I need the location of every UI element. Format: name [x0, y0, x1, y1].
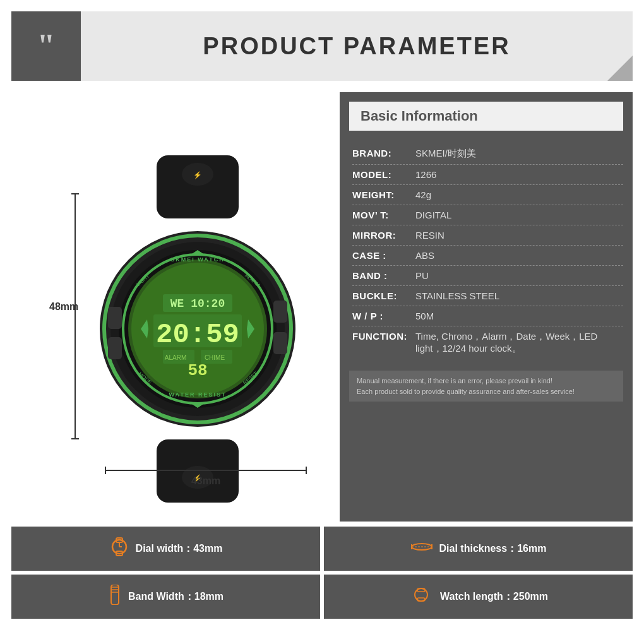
- spec-key: BRAND:: [352, 148, 415, 158]
- spec-key: BUCKLE:: [352, 290, 415, 301]
- page-title: PRODUCT PARAMETER: [81, 33, 633, 60]
- main-content: 48mm ⚡ ⚡: [11, 92, 633, 522]
- section-title: Basic Information: [349, 102, 623, 131]
- spec-key: MODEL:: [352, 169, 415, 180]
- svg-rect-46: [417, 588, 425, 592]
- svg-text:SKMEI WATCH: SKMEI WATCH: [170, 256, 224, 263]
- watch-image: ⚡ ⚡ SKMEI: [93, 155, 302, 503]
- spec-val: 1266: [415, 169, 623, 180]
- spec-row: MOV’ T:DIGITAL: [352, 205, 623, 225]
- spec-val: Time, Chrono，Alarm，Date，Week，LED light，1…: [415, 331, 623, 355]
- specs-section: Basic Information BRAND:SKMEI/时刻美MODEL:1…: [340, 92, 633, 522]
- height-label: 48mm: [49, 301, 78, 313]
- spec-val: DIGITAL: [415, 210, 623, 220]
- spec-val: 42g: [415, 189, 623, 200]
- corner-decoration: [607, 56, 633, 81]
- svg-text:WE 10:20: WE 10:20: [170, 297, 225, 310]
- svg-text:WATER RESIST: WATER RESIST: [169, 391, 227, 398]
- width-label: 43mm: [105, 475, 307, 487]
- svg-rect-30: [108, 307, 122, 329]
- spec-row: W / P :50M: [352, 306, 623, 326]
- bottom-metrics: Dial width：43mmDial thickness：16mmBand W…: [11, 527, 633, 619]
- spec-key: BAND :: [352, 270, 415, 281]
- svg-rect-29: [273, 332, 287, 354]
- spec-key: WEIGHT:: [352, 189, 415, 200]
- metric-icon-length: [408, 586, 434, 608]
- quote-icon: ": [37, 30, 56, 63]
- svg-rect-41: [111, 585, 119, 605]
- svg-text:⚡: ⚡: [193, 170, 202, 179]
- metric-box: Watch length：250mm: [324, 575, 633, 619]
- svg-rect-31: [108, 337, 122, 359]
- spec-row: BAND :PU: [352, 266, 623, 286]
- spec-key: CASE :: [352, 250, 415, 261]
- watch-section: 48mm ⚡ ⚡: [11, 92, 333, 522]
- spec-key: W / P :: [352, 311, 415, 321]
- metric-label: Dial width：43mm: [136, 542, 223, 556]
- spec-row: BRAND:SKMEI/时刻美: [352, 143, 623, 165]
- metric-box: Band Width：18mm: [11, 575, 320, 619]
- spec-row: BUCKLE:STAINLESS STEEL: [352, 286, 623, 306]
- spec-val: STAINLESS STEEL: [415, 290, 623, 301]
- svg-text:58: 58: [188, 361, 207, 380]
- metric-box: Dial width：43mm: [11, 527, 320, 571]
- header-bar: " PRODUCT PARAMETER: [11, 11, 633, 81]
- spec-row: MIRROR:RESIN: [352, 225, 623, 246]
- spec-key: MOV’ T:: [352, 210, 415, 220]
- spec-key: MIRROR:: [352, 230, 415, 241]
- metric-label: Band Width：18mm: [128, 590, 224, 604]
- height-dimension-line: [75, 193, 76, 439]
- metric-icon-band: [108, 585, 122, 609]
- svg-text:20:59: 20:59: [156, 319, 239, 350]
- spec-val: ABS: [415, 250, 623, 261]
- svg-text:CHIME: CHIME: [205, 354, 225, 361]
- spec-table: BRAND:SKMEI/时刻美MODEL:1266WEIGHT:42gMOV’ …: [340, 140, 633, 366]
- metric-icon-thickness: [410, 539, 433, 559]
- svg-point-45: [415, 588, 427, 601]
- spec-note: Manual measurement, if there is an error…: [349, 371, 623, 402]
- svg-rect-28: [273, 301, 287, 323]
- spec-val: SKMEI/时刻美: [415, 148, 623, 160]
- spec-row: MODEL:1266: [352, 165, 623, 185]
- spec-row: FUNCTION:Time, Chrono，Alarm，Date，Week，LE…: [352, 326, 623, 359]
- metric-icon-watch: [109, 537, 129, 561]
- spec-val: RESIN: [415, 230, 623, 241]
- spec-key: FUNCTION:: [352, 331, 415, 342]
- svg-rect-47: [417, 598, 425, 601]
- svg-text:ALARM: ALARM: [165, 354, 186, 361]
- spec-row: CASE :ABS: [352, 246, 623, 266]
- metric-label: Dial thickness：16mm: [439, 542, 547, 556]
- spec-row: WEIGHT:42g: [352, 185, 623, 205]
- spec-val: PU: [415, 270, 623, 281]
- quote-box: ": [11, 11, 81, 81]
- note-line2: Each product sold to provide quality ass…: [357, 386, 616, 397]
- spec-val: 50M: [415, 311, 623, 321]
- width-dimension-line: [105, 470, 307, 471]
- note-line1: Manual measurement, if there is an error…: [357, 376, 616, 386]
- metric-label: Watch length：250mm: [440, 590, 548, 604]
- metric-box: Dial thickness：16mm: [324, 527, 633, 571]
